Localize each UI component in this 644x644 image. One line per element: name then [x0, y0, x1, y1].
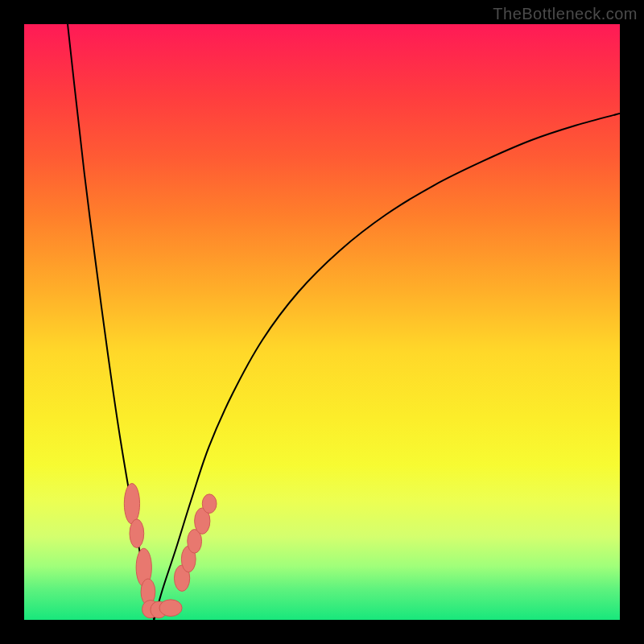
attribution-label: TheBottleneck.com	[493, 5, 638, 23]
data-marker	[124, 484, 139, 524]
data-marker	[159, 600, 182, 617]
data-markers	[124, 484, 217, 618]
data-marker	[130, 519, 144, 548]
chart-container: TheBottleneck.com	[0, 0, 644, 644]
curve-layer	[24, 24, 620, 620]
curve-right	[154, 114, 620, 620]
data-marker	[202, 494, 217, 514]
plot-area	[24, 24, 620, 620]
